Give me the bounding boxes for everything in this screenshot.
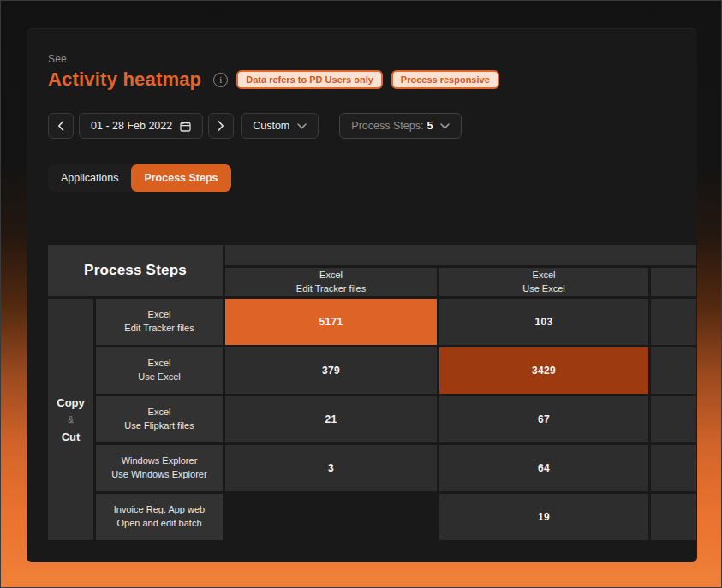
process-steps-count: 5 xyxy=(427,120,433,132)
page-title: Activity heatmap xyxy=(48,68,201,91)
heatmap-cell[interactable]: 3429 xyxy=(439,347,648,394)
heatmap-top-strip xyxy=(225,245,696,265)
heatmap-cell[interactable]: 67 xyxy=(439,396,648,442)
column-header-use-excel: Excel Use Excel xyxy=(439,268,648,296)
heatmap-cell[interactable]: 5171 xyxy=(225,299,437,345)
side-label-copy-cut: Copy & Cut xyxy=(48,299,93,540)
heatmap-cell-clipped[interactable] xyxy=(651,347,696,394)
chevron-down-icon xyxy=(297,123,307,129)
heatmap-cell-clipped[interactable] xyxy=(651,396,696,442)
badge-pd-users: Data refers to PD Users only xyxy=(236,70,383,89)
heatmap-cell-clipped[interactable] xyxy=(651,299,696,345)
heatmap-cell-clipped[interactable] xyxy=(651,445,696,491)
calendar-icon xyxy=(180,121,191,132)
chevron-right-icon xyxy=(218,121,224,131)
heatmap-cell[interactable]: 103 xyxy=(439,299,648,345)
next-period-button[interactable] xyxy=(208,113,234,139)
process-steps-label: Process Steps:5 xyxy=(351,120,433,132)
row-label-use-excel: ExcelUse Excel xyxy=(96,347,223,394)
heatmap-cell[interactable]: 3 xyxy=(225,445,437,491)
toolbar: 01 - 28 Feb 2022 Custom xyxy=(48,113,697,139)
eyebrow-text: See xyxy=(48,53,697,65)
heatmap-table: Process Steps Excel Edit Tracker files E… xyxy=(48,245,696,540)
chevron-down-icon xyxy=(440,123,450,129)
row-label-edit-tracker-files: ExcelEdit Tracker files xyxy=(96,299,223,345)
main-panel: See Activity heatmap i Data refers to PD… xyxy=(27,28,697,562)
badge-process-responsive: Process responsive xyxy=(391,70,499,89)
page-background: See Activity heatmap i Data refers to PD… xyxy=(0,0,722,588)
tab-applications[interactable]: Applications xyxy=(48,164,131,192)
info-icon[interactable]: i xyxy=(213,73,228,87)
process-steps-select[interactable]: Process Steps:5 xyxy=(339,113,462,139)
granularity-select[interactable]: Custom xyxy=(241,113,319,139)
date-range-label: 01 - 28 Feb 2022 xyxy=(91,120,172,132)
heatmap-cell-clipped[interactable] xyxy=(651,494,696,540)
chevron-left-icon xyxy=(57,121,64,131)
heatmap-cell[interactable]: 21 xyxy=(225,396,437,442)
row-label-use-flipkart-files: ExcelUse Flipkart files xyxy=(96,396,223,442)
tab-process-steps[interactable]: Process Steps xyxy=(131,164,230,192)
heatmap-corner-header: Process Steps xyxy=(48,245,223,296)
heatmap-cell[interactable]: 64 xyxy=(439,445,648,491)
granularity-value: Custom xyxy=(253,120,289,132)
column-header-edit-tracker-files: Excel Edit Tracker files xyxy=(225,268,437,296)
row-label-open-and-edit-batch: Invoice Reg. App webOpen and edit batch xyxy=(96,494,223,540)
prev-period-button[interactable] xyxy=(48,113,74,139)
view-tabs: Applications Process Steps xyxy=(48,164,231,192)
heatmap-cell[interactable]: 379 xyxy=(225,347,437,394)
date-range-button[interactable]: 01 - 28 Feb 2022 xyxy=(79,113,203,139)
title-row: Activity heatmap i Data refers to PD Use… xyxy=(48,68,697,91)
column-header-clipped xyxy=(651,268,696,296)
heatmap-cell[interactable]: 19 xyxy=(439,494,648,540)
heatmap-cell-empty xyxy=(225,494,437,540)
row-label-use-windows-explorer: Windows ExplorerUse Windows Explorer xyxy=(96,445,223,491)
